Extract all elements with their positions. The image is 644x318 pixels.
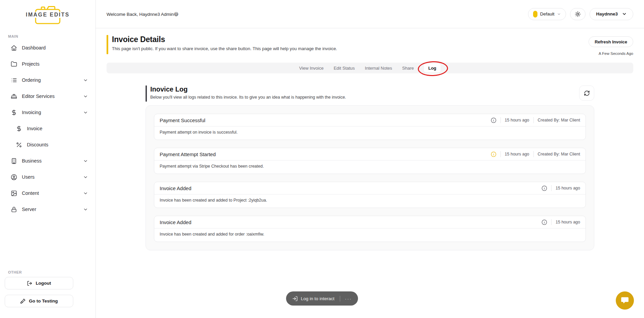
sidebar-item-label: Ordering [22, 77, 41, 83]
sidebar-item-ordering[interactable]: Ordering [5, 73, 91, 87]
tab-log-wrapper: Log [424, 64, 441, 73]
tab-internal-notes[interactable]: Internal Notes [365, 66, 392, 71]
percent-icon [16, 142, 22, 148]
meta-divider [533, 117, 534, 123]
topbar: Welcome Back, Haydnne3 Admin😄 Default Ha… [96, 0, 644, 28]
tab-log[interactable]: Log [424, 64, 441, 73]
chevron-down-icon [83, 94, 88, 99]
home-icon [11, 45, 17, 51]
log-list: Payment Successful 15 hours ago Created … [146, 105, 594, 250]
toast-more-button[interactable]: ··· [341, 294, 355, 303]
log-entry-description: Invoice has been created and added to Pr… [154, 195, 586, 208]
logo-text: IMAGE EDITS [25, 12, 71, 18]
log-entry-invoice-added-project: Invoice Added 15 hours ago Invoice has b… [154, 182, 586, 208]
login-toast-label: Log in to interact [301, 296, 334, 301]
log-entry-time: 15 hours ago [556, 186, 580, 190]
chevron-down-icon [83, 78, 88, 83]
sidebar-item-label: Content [22, 190, 39, 196]
go-to-testing-button[interactable]: Go to Testing [5, 295, 73, 307]
sidebar-item-business[interactable]: Business [5, 154, 91, 168]
refresh-icon [584, 90, 590, 96]
user-menu-label: Haydnne3 [596, 11, 618, 16]
log-section-title: Inovice Log [150, 85, 346, 93]
meta-divider [551, 185, 552, 191]
log-section-header-left: Inovice Log Below you'll view all logs r… [146, 85, 346, 102]
tab-edit-status[interactable]: Edit Status [334, 66, 355, 71]
sidebar-section-main: MAIN [8, 34, 95, 38]
log-entry-meta: 15 hours ago [541, 219, 580, 225]
sidebar-item-invoicing[interactable]: Invoicing [5, 106, 91, 119]
logo[interactable]: IMAGE EDITS [0, 4, 95, 26]
chevron-down-icon [83, 110, 88, 115]
log-entry-payment-attempt-started: Payment Attempt Started 15 hours ago Cre… [154, 148, 586, 174]
tab-share[interactable]: Share [402, 66, 414, 71]
image-icon [11, 190, 17, 197]
page-title: Invoice Details [112, 35, 337, 44]
sidebar-item-editor-services[interactable]: Editor Services [5, 90, 91, 103]
chevron-down-icon [83, 191, 88, 196]
sidebar-item-label: Server [22, 207, 36, 212]
folder-icon [11, 61, 17, 67]
sidebar-item-dashboard[interactable]: Dashboard [5, 41, 91, 55]
ordered-list-icon [11, 77, 17, 83]
page-subtitle: This page isn't public. If you want to s… [112, 46, 337, 51]
topbar-controls: Default Haydnne3 [528, 8, 633, 20]
page-header-right: Refresh Invoice A Few Seconds Ago [589, 36, 633, 56]
theme-toggle-button[interactable] [570, 8, 586, 20]
page-header: Invoice Details This page isn't public. … [107, 35, 633, 56]
sun-icon [575, 11, 581, 17]
meta-divider [500, 117, 501, 123]
refresh-hint: A Few Seconds Ago [599, 51, 633, 56]
sidebar-item-projects[interactable]: Projects [5, 57, 91, 71]
chevron-down-icon [557, 12, 561, 16]
log-entry-invoice-added-order: Invoice Added 15 hours ago Invoice has b… [154, 216, 586, 242]
refresh-log-button[interactable] [579, 85, 594, 101]
chevron-down-icon [622, 11, 627, 16]
sidebar-item-server[interactable]: Server [5, 203, 91, 216]
sidebar-item-users[interactable]: Users [5, 170, 91, 184]
log-entry-description: Invoice has been created and added for o… [154, 228, 586, 242]
tab-view-invoice[interactable]: View Invoice [299, 66, 324, 71]
meta-divider [533, 151, 534, 157]
logout-label: Logout [36, 281, 51, 286]
test-tube-icon [20, 298, 26, 304]
user-menu[interactable]: Haydnne3 [590, 8, 633, 20]
log-entry-header: Invoice Added 15 hours ago [154, 216, 586, 228]
refresh-invoice-button[interactable]: Refresh Invoice [589, 36, 633, 47]
login-toast[interactable]: Log in to interact ··· [286, 291, 358, 306]
app-root: IMAGE EDITS MAIN Dashboard Projects Orde… [0, 0, 644, 318]
sidebar-nav: Dashboard Projects Ordering Editor Servi… [0, 41, 95, 219]
page-title-block: Invoice Details This page isn't public. … [112, 35, 337, 54]
sidebar-item-discounts[interactable]: Discounts [5, 138, 91, 151]
info-warning-icon [491, 151, 496, 157]
sidebar-section-other: OTHER [8, 270, 95, 274]
section-accent-bar [146, 85, 147, 102]
log-entry-header: Payment Attempt Started 15 hours ago Cre… [154, 148, 586, 161]
workspace-color-swatch [533, 11, 537, 17]
workspace-label: Default [540, 11, 555, 16]
sidebar-item-label: Discounts [27, 142, 48, 147]
meta-divider [551, 219, 552, 225]
chevron-down-icon [83, 158, 88, 164]
workspace-selector[interactable]: Default [528, 8, 566, 20]
sidebar-spacer [0, 219, 95, 270]
toast-divider [340, 296, 340, 302]
chat-widget-button[interactable] [616, 291, 634, 310]
user-circle-icon [11, 174, 17, 180]
logout-button[interactable]: Logout [5, 277, 73, 289]
log-section-subtitle: Below you'll view all logs related to th… [150, 95, 346, 100]
sidebar-item-label: Users [22, 174, 35, 180]
welcome-message: Welcome Back, Haydnne3 Admin😄 [107, 11, 178, 17]
log-entry-payment-successful: Payment Successful 15 hours ago Created … [154, 114, 586, 140]
chevron-down-icon [83, 207, 88, 212]
info-icon [541, 185, 547, 191]
sidebar-item-content[interactable]: Content [5, 186, 91, 200]
log-entry-header: Payment Successful 15 hours ago Created … [154, 114, 586, 127]
welcome-text: Welcome Back, Haydnne3 Admin [107, 12, 174, 17]
sidebar-item-invoice[interactable]: Invoice [5, 122, 91, 135]
sidebar-item-label: Invoice [27, 126, 42, 131]
sidebar-item-label: Dashboard [22, 45, 46, 50]
go-to-testing-label: Go to Testing [29, 298, 58, 304]
log-entry-created-by: Created By: Mar Client [538, 152, 580, 156]
sidebar-item-label: Editor Services [22, 94, 55, 99]
